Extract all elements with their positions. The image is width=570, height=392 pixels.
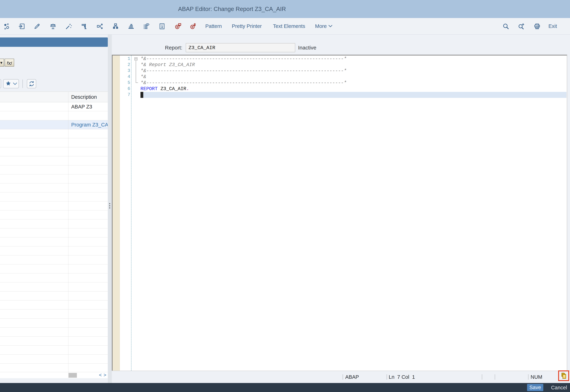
table-row[interactable]	[0, 355, 108, 364]
table-row[interactable]	[0, 238, 108, 246]
line-number: 2	[120, 62, 130, 68]
description-cell	[68, 292, 108, 300]
description-cell	[68, 192, 108, 201]
cancel-button[interactable]: Cancel	[548, 383, 570, 392]
scrollbar-thumb[interactable]	[69, 373, 77, 378]
scroll-right-icon[interactable]: >	[104, 372, 106, 378]
more-button[interactable]: More	[315, 18, 332, 34]
table-row[interactable]	[0, 111, 108, 120]
table-row[interactable]	[0, 138, 108, 147]
description-cell	[68, 364, 108, 372]
table-row[interactable]	[0, 346, 108, 355]
object-cell	[0, 364, 68, 372]
table-row[interactable]	[0, 309, 108, 319]
description-cell	[68, 147, 108, 156]
display-mode-button[interactable]	[5, 59, 14, 67]
table-row[interactable]	[0, 183, 108, 192]
table-row[interactable]	[0, 300, 108, 309]
code-line[interactable]: 4*&	[112, 74, 567, 80]
table-row[interactable]	[0, 336, 108, 346]
object-cell	[0, 273, 68, 282]
activate-icon[interactable]	[63, 21, 74, 32]
table-row[interactable]: ABAP Z3	[0, 102, 108, 111]
table-row[interactable]	[0, 273, 108, 282]
object-cell	[0, 309, 68, 318]
code-line[interactable]: 6REPORT Z3_CA_AIR.	[112, 86, 567, 92]
description-cell	[68, 246, 108, 255]
display-object-icon[interactable]	[16, 21, 28, 32]
horizontal-scrollbar[interactable]: < >	[0, 372, 108, 378]
splitter-grip-icon	[109, 205, 110, 206]
clipboard-action-button[interactable]	[558, 370, 569, 381]
table-row[interactable]	[0, 265, 108, 273]
check-icon[interactable]	[47, 21, 59, 32]
table-row[interactable]	[0, 292, 108, 300]
cut-off-button[interactable]	[0, 79, 1, 88]
object-cell	[0, 192, 68, 201]
code-line[interactable]: 1*&-------------------------------------…	[112, 56, 567, 62]
table-row[interactable]	[0, 174, 108, 183]
table-row[interactable]	[0, 319, 108, 327]
table-row[interactable]	[0, 246, 108, 255]
fold-collapse-icon[interactable]	[135, 57, 138, 60]
dropdown-split-button[interactable]: ▾	[0, 59, 4, 67]
editor-margin	[112, 56, 120, 371]
code-text: *& Report Z3_CA_AIR	[140, 62, 195, 68]
pretty-printer-button[interactable]: Pretty Printer	[232, 18, 262, 34]
table-row[interactable]	[0, 147, 108, 156]
where-used-icon[interactable]	[140, 21, 152, 32]
table-header-row[interactable]: Description	[0, 92, 108, 102]
object-cell	[0, 246, 68, 255]
table-row[interactable]	[0, 129, 108, 138]
table-row[interactable]	[0, 219, 108, 228]
table-row[interactable]: Program Z3_CA	[0, 120, 108, 129]
panel-splitter[interactable]	[108, 35, 112, 383]
scroll-left-icon[interactable]: <	[99, 372, 102, 378]
table-row[interactable]	[0, 282, 108, 292]
test-icon[interactable]	[79, 21, 90, 32]
information-icon[interactable]	[156, 21, 168, 32]
report-name-input[interactable]	[186, 43, 295, 52]
status-separator	[482, 374, 482, 380]
exit-button[interactable]: Exit	[548, 18, 557, 34]
session-breakpoint-icon[interactable]	[187, 21, 199, 32]
other-object-icon[interactable]	[1, 21, 12, 32]
button-separator	[22, 80, 23, 88]
pattern-button[interactable]: Pattern	[205, 18, 222, 34]
edit-icon[interactable]	[31, 21, 43, 32]
external-breakpoint-icon[interactable]	[172, 21, 183, 32]
object-cell	[0, 120, 68, 129]
table-row[interactable]	[0, 255, 108, 265]
description-cell	[68, 282, 108, 291]
table-row[interactable]	[0, 210, 108, 219]
text-elements-button[interactable]: Text Elements	[273, 18, 305, 34]
favorites-menu-button[interactable]	[3, 79, 19, 88]
description-cell	[68, 346, 108, 354]
table-row[interactable]	[0, 201, 108, 210]
table-row[interactable]	[0, 165, 108, 174]
code-line[interactable]: 3*&-------------------------------------…	[112, 68, 567, 74]
object-cell	[0, 355, 68, 363]
table-row[interactable]	[0, 364, 108, 373]
code-line[interactable]: 2*& Report Z3_CA_AIR	[112, 62, 567, 68]
find-next-icon[interactable]	[515, 21, 527, 32]
table-row[interactable]	[0, 156, 108, 165]
navigate-icon[interactable]	[94, 21, 106, 32]
object-cell	[0, 228, 68, 237]
table-row[interactable]	[0, 228, 108, 238]
code-line[interactable]: 5*&-------------------------------------…	[112, 80, 567, 86]
table-row[interactable]	[0, 327, 108, 336]
save-button[interactable]: Save	[527, 384, 543, 391]
sort-list-icon[interactable]	[125, 21, 137, 32]
refresh-button[interactable]	[27, 79, 36, 88]
report-label: Report:	[147, 43, 182, 52]
object-hierarchy-icon[interactable]	[110, 21, 121, 32]
more-label: More	[315, 18, 327, 34]
code-line[interactable]: 7	[112, 92, 567, 98]
description-column-header: Description	[68, 92, 108, 102]
find-icon[interactable]	[500, 21, 512, 32]
object-cell	[0, 300, 68, 309]
table-row[interactable]	[0, 192, 108, 201]
print-icon[interactable]	[531, 21, 543, 32]
code-editor[interactable]: 1*&-------------------------------------…	[112, 55, 567, 371]
